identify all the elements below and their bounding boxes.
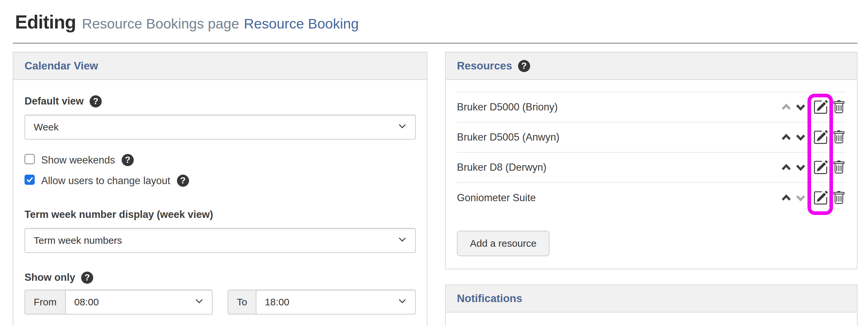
notifications-panel: Notifications: [445, 284, 858, 326]
delete-resource-icon[interactable]: [832, 161, 846, 174]
resources-title: Resources: [457, 60, 512, 72]
notifications-header: Notifications: [446, 285, 857, 313]
move-down-button[interactable]: [795, 101, 807, 113]
edit-resource-icon[interactable]: [813, 190, 828, 206]
default-view-label: Default view ?: [25, 95, 416, 107]
move-down-button: [795, 192, 807, 204]
show-only-from-group: From 08:00: [25, 290, 213, 315]
help-icon[interactable]: ?: [518, 60, 530, 72]
to-prefix-label: To: [228, 290, 256, 315]
notifications-body: [446, 313, 857, 326]
move-down-button[interactable]: [795, 131, 807, 143]
resource-row: Goniometer Suite: [457, 183, 846, 213]
default-view-select[interactable]: Week: [25, 115, 416, 140]
page-title: Editing Resource Bookings page Resource …: [13, 0, 858, 33]
show-only-to-group: To 18:00: [228, 290, 416, 315]
edit-resource-icon[interactable]: [813, 130, 828, 145]
help-icon[interactable]: ?: [81, 272, 93, 284]
help-icon[interactable]: ?: [177, 174, 189, 187]
move-up-button: [780, 101, 792, 113]
term-week-display-select[interactable]: Term week numbers: [25, 228, 416, 253]
show-only-to-select[interactable]: 18:00: [256, 290, 416, 315]
move-up-button[interactable]: [780, 162, 792, 173]
chevron-down-icon: [194, 296, 204, 308]
from-prefix-label: From: [25, 290, 65, 315]
chevron-down-icon: [397, 296, 407, 308]
term-week-display-value: Term week numbers: [34, 235, 122, 246]
allow-layout-change-row[interactable]: Allow users to change layout ?: [25, 174, 416, 187]
show-weekends-checkbox[interactable]: [25, 154, 35, 164]
resource-list: Bruker D5000 (Briony): [457, 92, 846, 213]
chevron-down-icon: [397, 121, 407, 133]
resource-name: Bruker D5000 (Briony): [457, 101, 558, 113]
resources-header: Resources ?: [446, 52, 857, 80]
to-time-value: 18:00: [265, 297, 289, 308]
move-down-button[interactable]: [795, 162, 807, 173]
resource-row: Bruker D5005 (Anwyn): [457, 123, 846, 153]
allow-layout-change-checkbox[interactable]: [25, 174, 35, 185]
term-week-display-label: Term week number display (week view): [25, 208, 416, 221]
page-title-action: Editing: [15, 11, 76, 32]
resources-panel: Resources ? Bruker D5000 (Briony): [445, 52, 858, 269]
edit-resource-icon[interactable]: [813, 160, 828, 175]
chevron-down-icon: [397, 235, 407, 247]
delete-resource-icon[interactable]: [832, 130, 846, 144]
resource-name: Bruker D5005 (Anwyn): [457, 131, 560, 143]
add-resource-button[interactable]: Add a resource: [457, 230, 550, 256]
calendar-view-title: Calendar View: [25, 60, 98, 72]
resource-name: Goniometer Suite: [457, 192, 536, 204]
notifications-title: Notifications: [457, 292, 522, 305]
calendar-view-panel: Calendar View Default view ? Week: [13, 52, 428, 326]
help-icon[interactable]: ?: [90, 96, 102, 107]
move-up-button[interactable]: [780, 192, 792, 204]
resource-name: Bruker D8 (Derwyn): [457, 162, 547, 173]
calendar-view-header: Calendar View: [13, 52, 427, 80]
delete-resource-icon[interactable]: [832, 100, 846, 114]
from-time-value: 08:00: [74, 297, 99, 308]
default-view-value: Week: [34, 121, 59, 133]
delete-resource-icon[interactable]: [832, 191, 846, 205]
help-icon[interactable]: ?: [122, 154, 134, 166]
resource-row: Bruker D5000 (Briony): [457, 92, 846, 123]
allow-layout-change-label: Allow users to change layout: [41, 175, 170, 187]
show-only-label: Show only ?: [25, 271, 416, 284]
show-weekends-label: Show weekends: [41, 154, 115, 166]
page-title-target-link[interactable]: Resource Booking: [244, 16, 359, 31]
show-weekends-row[interactable]: Show weekends ?: [25, 154, 416, 166]
edit-resource-icon[interactable]: [813, 100, 828, 115]
resource-row: Bruker D8 (Derwyn): [457, 153, 846, 183]
page-title-context: Resource Bookings page: [82, 16, 239, 31]
show-only-from-select[interactable]: 08:00: [65, 290, 213, 315]
title-divider: [13, 43, 858, 44]
move-up-button[interactable]: [780, 131, 792, 143]
